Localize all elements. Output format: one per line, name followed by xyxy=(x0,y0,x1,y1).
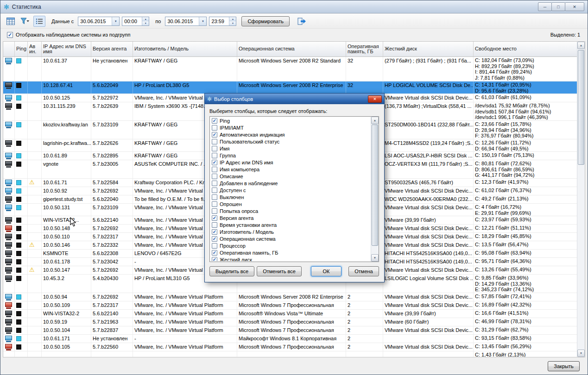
column-option-checkbox[interactable]: ✓ xyxy=(212,250,217,256)
spin-down-icon[interactable]: ▼ xyxy=(142,21,149,25)
scroll-thumb[interactable] xyxy=(578,50,584,165)
column-header[interactable]: Версия агента xyxy=(91,42,133,56)
column-header[interactable]: Ping xyxy=(15,42,28,56)
scroll-up-button[interactable]: ▲ xyxy=(577,42,585,49)
column-option[interactable]: Пользовательский статус xyxy=(211,138,370,145)
table-row[interactable]: 10.0.50.1095.7.b22317VMware, Inc. / VMwa… xyxy=(3,301,577,310)
column-option-checkbox[interactable]: ✓ xyxy=(212,215,217,221)
column-option-checkbox[interactable] xyxy=(212,125,217,131)
date-from-dropdown-icon[interactable]: ▼ xyxy=(112,17,119,25)
column-option[interactable]: Добавлен в наблюдение xyxy=(211,180,370,187)
column-option-checkbox[interactable] xyxy=(212,243,217,249)
table-row[interactable]: 10.0.50.1055.7.b22560VMware, Inc. / VMwa… xyxy=(3,343,577,351)
column-option-checkbox[interactable]: ✓ xyxy=(212,132,217,138)
scroll-down-button[interactable]: ▼ xyxy=(577,350,585,357)
cancel-button[interactable]: Отмена xyxy=(348,266,379,276)
column-option-checkbox[interactable]: ✓ xyxy=(212,118,217,124)
dialog-scroll-thumb[interactable] xyxy=(372,125,378,246)
column-option-checkbox[interactable] xyxy=(212,181,217,186)
export-button[interactable] xyxy=(296,16,308,27)
table-row[interactable]: 10.0.59.195.7.b21963VMware, Inc. / VMwar… xyxy=(3,318,577,326)
column-header[interactable]: Ав ин. xyxy=(28,42,42,56)
computer-base xyxy=(6,210,11,211)
maximize-button[interactable]: □ xyxy=(551,2,565,11)
column-option-checkbox[interactable] xyxy=(212,222,217,228)
column-header[interactable]: IP Адрес или DNS имя xyxy=(42,42,91,56)
minimize-button[interactable]: ─ xyxy=(538,2,552,11)
table-row[interactable]: WIN-VISTA32-25.6.b22140VMware, Inc. / VM… xyxy=(3,310,577,318)
column-option[interactable]: Процессор xyxy=(211,242,370,249)
spin-down-icon[interactable]: ▼ xyxy=(229,21,236,25)
column-option[interactable]: ✓Изготовитель / Модель xyxy=(211,228,370,235)
column-option-checkbox[interactable] xyxy=(212,153,217,158)
column-option-checkbox[interactable]: ✓ xyxy=(212,229,217,235)
column-header[interactable]: Операционная система xyxy=(237,42,346,56)
column-option-checkbox[interactable] xyxy=(212,139,217,144)
dialog-scrollbar[interactable]: ▲ ▼ xyxy=(371,117,379,262)
column-option[interactable]: Попытка опроса xyxy=(211,207,370,214)
table-row[interactable]: C: 1,43 Гбайт (2,13%) xyxy=(3,351,577,357)
column-option[interactable]: Опрошен xyxy=(211,200,370,207)
column-header[interactable]: Жесткий диск xyxy=(383,42,474,56)
generate-button[interactable]: Сформировать xyxy=(241,16,290,26)
column-option[interactable]: Выключен xyxy=(211,194,370,200)
dialog-close-button[interactable]: ✕ xyxy=(368,95,382,103)
close-button[interactable]: Закрыть xyxy=(548,361,580,371)
time-from-field[interactable]: 00:00 ▲▼ xyxy=(122,17,149,26)
table-row[interactable]: 10.0.50.945.7.b22692VMware, Inc. / VMwar… xyxy=(3,293,577,301)
dialog-scroll-up-button[interactable]: ▲ xyxy=(371,117,379,124)
time-to-spinner[interactable]: ▲▼ xyxy=(229,17,236,25)
column-option[interactable]: Описание xyxy=(211,173,370,180)
column-option-checkbox[interactable] xyxy=(212,146,217,151)
column-option[interactable]: Доступен с xyxy=(211,187,370,194)
column-option[interactable]: Группа xyxy=(211,152,370,159)
table-row[interactable]: 10.128.67.415.6.b22049HP / ProLiant DL38… xyxy=(3,81,577,94)
spin-up-icon[interactable]: ▲ xyxy=(142,17,149,22)
column-option-checkbox[interactable] xyxy=(212,188,217,193)
column-option[interactable]: ✓Операционная система xyxy=(211,235,370,242)
deselect-all-button[interactable]: Отменить все xyxy=(257,266,302,276)
table-scrollbar[interactable]: ▲ ▼ xyxy=(577,42,585,357)
date-to-dropdown-icon[interactable]: ▼ xyxy=(199,17,206,25)
column-option[interactable]: ✓Жесткий диск xyxy=(211,256,370,261)
spin-up-icon[interactable]: ▲ xyxy=(229,17,236,22)
time-from-spinner[interactable]: ▲▼ xyxy=(142,17,149,25)
column-option-checkbox[interactable]: ✓ xyxy=(212,160,217,165)
date-to-field[interactable]: 30.06.2015 ▼ xyxy=(165,17,207,26)
column-option[interactable]: IPMI/IAMT xyxy=(211,124,370,131)
column-header[interactable]: Оперативная память, ГБ xyxy=(346,42,383,56)
subgroups-checkbox[interactable]: ✓ xyxy=(7,32,13,38)
column-option-checkbox[interactable]: ✓ xyxy=(212,257,217,262)
column-option-checkbox[interactable] xyxy=(212,167,217,172)
table-row[interactable]: 10.0.50.1045.7.b22837VMware, Inc. / VMwa… xyxy=(3,326,577,335)
column-option[interactable]: ✓Версия агента xyxy=(211,214,370,221)
column-option[interactable]: ✓Автоматическая индикация xyxy=(211,131,370,138)
column-option[interactable]: ✓Ping xyxy=(211,117,370,124)
column-header[interactable]: Изготовитель / Модель xyxy=(133,42,237,56)
column-option[interactable]: ✓IP Адрес или DNS имя xyxy=(211,159,370,166)
date-from-field[interactable]: 30.06.2015 ▼ xyxy=(78,17,120,26)
time-to-field[interactable]: 23:59 ▲▼ xyxy=(209,17,236,26)
column-option[interactable]: ✓Оперативная память, ГБ xyxy=(211,249,370,256)
ok-button[interactable]: ОК xyxy=(311,266,341,276)
titlebar[interactable]: ✻ Статистика ─ □ ✕ xyxy=(0,0,588,13)
table-row[interactable]: 10.0.61.37Не установленKRAFTWAY / GEGMic… xyxy=(3,57,577,81)
dialog-scroll-down-button[interactable]: ▼ xyxy=(371,254,379,262)
list-view-button[interactable] xyxy=(33,16,45,27)
table-view-button[interactable] xyxy=(5,16,17,27)
dialog-prompt: Выберите столбцы, которые следует отобра… xyxy=(205,104,384,114)
column-option-checkbox[interactable] xyxy=(212,174,217,179)
column-option[interactable]: Имя xyxy=(211,145,370,152)
column-option[interactable]: Имя компьютера xyxy=(211,166,370,173)
filter-button[interactable] xyxy=(19,16,31,27)
select-all-button[interactable]: Выделить все xyxy=(209,266,254,276)
column-header[interactable]: Свободное место xyxy=(474,42,577,56)
column-option-checkbox[interactable]: ✓ xyxy=(212,236,217,242)
dialog-titlebar[interactable]: ✻ Выбор столбцов ✕ xyxy=(205,94,384,104)
table-row[interactable]: 10.0.61.171Не установлен-Майкрософт Wind… xyxy=(3,335,577,343)
column-option-checkbox[interactable] xyxy=(212,208,217,214)
column-option[interactable]: Время установки агента xyxy=(211,221,370,228)
close-window-button[interactable]: ✕ xyxy=(565,2,584,11)
column-option-checkbox[interactable] xyxy=(212,201,217,207)
column-option-checkbox[interactable] xyxy=(212,194,217,200)
